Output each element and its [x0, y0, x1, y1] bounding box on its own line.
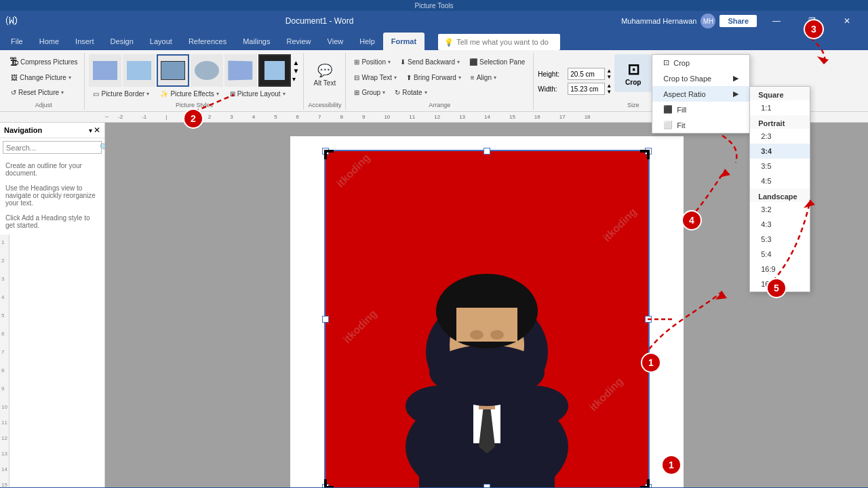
fill-item[interactable]: ⬛ Fill	[652, 102, 749, 117]
picture-border-button[interactable]: ▭ Picture Border ▾	[89, 87, 153, 100]
tab-help[interactable]: Help	[351, 33, 383, 50]
rotate-icon: ↻	[395, 89, 400, 96]
crop-handle-bl[interactable]	[324, 479, 334, 487]
ratio-5-4[interactable]: 5:4	[750, 247, 810, 262]
tab-mailings[interactable]: Mailings	[235, 33, 278, 50]
arrange-top-row: ⊞ Position ▾ ⬇ Send Backward ▾ ⬛ Selecti…	[350, 54, 529, 70]
tab-view[interactable]: View	[319, 33, 352, 50]
ribbon-group-size: Height: ▲ ▼ Width: ▲ ▼ ⊡	[534, 53, 656, 110]
style-thumb-5[interactable]	[224, 54, 257, 87]
height-down[interactable]: ▼	[606, 74, 612, 80]
picture-layout-button[interactable]: ⊞ Picture Layout ▾	[226, 87, 290, 100]
img-watermark: itkoding	[334, 152, 372, 190]
size-label: Size	[627, 100, 639, 108]
height-up[interactable]: ▲	[606, 68, 612, 74]
reset-picture-button[interactable]: ↺ Reset Picture ▾	[7, 86, 68, 100]
styles-scroll-up[interactable]: ▲	[292, 59, 299, 66]
crop-handle-tr[interactable]	[640, 150, 650, 159]
bring-forward-button[interactable]: ⬆ Bring Forward ▾	[402, 70, 465, 84]
picture-effects-button[interactable]: ✨ Picture Effects ▾	[156, 87, 222, 100]
ratio-2-3[interactable]: 2:3	[750, 129, 810, 144]
nav-pane-title: Navigation	[4, 126, 42, 134]
aspect-ratio-item[interactable]: Aspect Ratio ▶ Square 1:1 Portrait 2:3 3…	[652, 86, 749, 102]
tab-file[interactable]: File	[3, 33, 31, 50]
style-thumb-6[interactable]	[258, 54, 291, 87]
pic-layout-icon: ⊞	[230, 90, 235, 98]
ratio-16-9[interactable]: 16:9	[750, 262, 810, 277]
tab-references[interactable]: References	[180, 33, 235, 50]
handle-bottom-center[interactable]	[484, 484, 490, 487]
align-button[interactable]: ≡ Align ▾	[467, 70, 500, 84]
width-down[interactable]: ▼	[606, 89, 612, 95]
nav-pane-close-btn[interactable]: ✕	[94, 125, 100, 135]
nav-search-input[interactable]	[6, 144, 100, 152]
alt-text-button[interactable]: 💬 Alt Text	[308, 54, 341, 95]
restore-button[interactable]: ❐	[796, 11, 827, 31]
reset-chevron: ▾	[61, 89, 64, 96]
tab-insert[interactable]: Insert	[67, 33, 102, 50]
ratio-1-1[interactable]: 1:1	[750, 100, 810, 115]
picture-tools-label: Picture Tools	[414, 2, 453, 9]
send-backward-button[interactable]: ⬇ Send Backward ▾	[396, 55, 464, 68]
group-icon: ⊞	[354, 89, 359, 96]
ratio-3-5[interactable]: 3:5	[750, 159, 810, 174]
width-input[interactable]	[568, 83, 605, 95]
crop-handle-br[interactable]	[640, 479, 650, 487]
nav-pane-menu[interactable]: ▾	[89, 127, 92, 134]
nav-search-box[interactable]: 🔍	[3, 141, 102, 154]
tab-home[interactable]: Home	[31, 33, 67, 50]
ratio-3-2[interactable]: 3:2	[750, 202, 810, 217]
close-button[interactable]: ✕	[831, 11, 863, 31]
tell-me-box[interactable]: 💡	[438, 34, 560, 50]
word-icon: 🄦	[5, 14, 18, 28]
crop-handle-tl[interactable]	[324, 150, 334, 159]
ratio-5-3[interactable]: 5:3	[750, 232, 810, 247]
style-thumb-3[interactable]	[157, 54, 189, 87]
crop-button[interactable]: ⊡ Crop	[614, 54, 652, 92]
minimize-button[interactable]: —	[761, 11, 792, 31]
style-thumb-1[interactable]	[89, 54, 121, 87]
watermark-2: itkoding	[175, 241, 229, 294]
tell-me-input[interactable]	[456, 38, 554, 46]
document-page: itkoding itkoding itkoding itkoding	[290, 136, 684, 487]
nav-pane-hint: Create an outline for your document. Use…	[0, 157, 104, 235]
style-thumb-2[interactable]	[123, 54, 155, 87]
ratio-16-10[interactable]: 16:10	[750, 277, 810, 291]
styles-scroll-down[interactable]: ▼	[292, 67, 299, 75]
ribbon-group-adjust: 🗜 Compress Pictures 🖼 Change Picture ▾ ↺…	[3, 53, 85, 110]
crop-menu-crop[interactable]: ⊡ Crop	[652, 55, 749, 70]
ratio-4-5[interactable]: 4:5	[750, 174, 810, 188]
crop-to-shape-item[interactable]: Crop to Shape ▶	[652, 70, 749, 86]
rotate-button[interactable]: ↻ Rotate ▾	[391, 86, 431, 100]
width-up[interactable]: ▲	[606, 83, 612, 89]
avatar: MH	[701, 14, 715, 28]
rotate-chevron: ▾	[425, 89, 427, 96]
handle-top-center[interactable]	[484, 148, 490, 155]
change-picture-button[interactable]: 🖼 Change Picture ▾	[7, 70, 75, 84]
pic-effects-icon: ✨	[160, 90, 168, 98]
tab-layout[interactable]: Layout	[142, 33, 180, 50]
ribbon-group-arrange: ⊞ Position ▾ ⬇ Send Backward ▾ ⬛ Selecti…	[346, 53, 534, 110]
tab-review[interactable]: Review	[279, 33, 319, 50]
handle-middle-right[interactable]	[645, 316, 652, 323]
selected-image[interactable]: itkoding itkoding itkoding itkoding	[324, 150, 650, 487]
compress-pictures-button[interactable]: 🗜 Compress Pictures	[7, 56, 80, 68]
ribbon: 🗜 Compress Pictures 🖼 Change Picture ▾ ↺…	[0, 50, 868, 112]
nav-ruler-area: 1 2 3 4 5 6 7 8 9 10 11 12 13 14 15 16 1…	[0, 235, 104, 487]
styles-more[interactable]: ▾	[292, 75, 299, 83]
handle-middle-left[interactable]	[322, 316, 329, 323]
style-thumb-4[interactable]	[191, 54, 223, 87]
group-button[interactable]: ⊞ Group ▾	[350, 86, 389, 100]
position-button[interactable]: ⊞ Position ▾	[350, 55, 395, 68]
ratio-3-4[interactable]: 3:4	[750, 144, 810, 159]
selection-pane-button[interactable]: ⬛ Selection Pane	[465, 55, 529, 68]
ratio-4-3[interactable]: 4:3	[750, 217, 810, 232]
height-input[interactable]	[568, 68, 605, 80]
fit-item[interactable]: ⬜ Fit	[652, 117, 749, 133]
tab-format[interactable]: Format	[383, 33, 425, 50]
svg-rect-11	[456, 308, 517, 342]
share-button[interactable]: Share	[719, 15, 757, 27]
send-back-icon: ⬇	[400, 58, 406, 66]
tab-design[interactable]: Design	[102, 33, 142, 50]
wrap-text-button[interactable]: ⊟ Wrap Text ▾	[350, 70, 401, 84]
